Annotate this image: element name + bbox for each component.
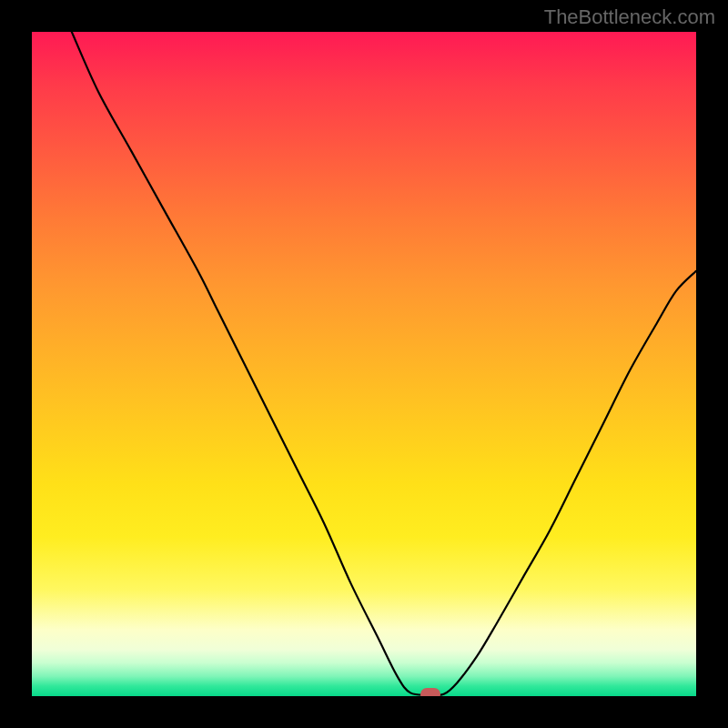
chart-min-marker <box>420 688 440 696</box>
chart-plot-area <box>32 32 696 696</box>
chart-curve-line <box>32 32 696 696</box>
watermark-text: TheBottleneck.com <box>544 5 715 29</box>
